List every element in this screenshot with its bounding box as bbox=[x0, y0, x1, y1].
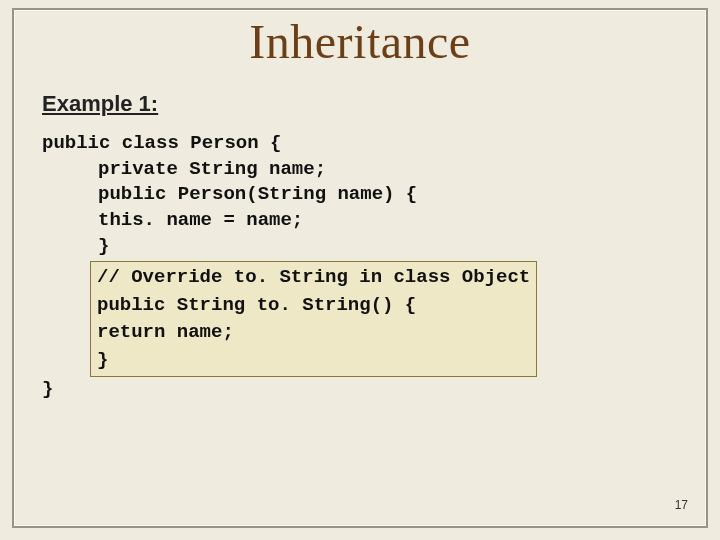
code-line: public Person(String name) { bbox=[42, 182, 417, 208]
example-heading: Example 1: bbox=[42, 91, 678, 117]
code-line: public String to. String() { bbox=[97, 294, 416, 316]
slide-title: Inheritance bbox=[42, 10, 678, 69]
slide-inner-frame: Inheritance Example 1: public class Pers… bbox=[12, 8, 708, 528]
code-line: } bbox=[42, 378, 53, 400]
code-line: // Override to. String in class Object bbox=[97, 266, 530, 288]
code-line: } bbox=[42, 234, 109, 260]
slide: Inheritance Example 1: public class Pers… bbox=[0, 0, 720, 540]
code-block: public class Person { private String nam… bbox=[42, 131, 678, 403]
code-line: public class Person { bbox=[42, 132, 281, 154]
code-line: return name; bbox=[97, 321, 234, 343]
code-line: private String name; bbox=[42, 157, 326, 183]
code-line: } bbox=[97, 349, 108, 371]
code-line: this. name = name; bbox=[42, 208, 303, 234]
page-number: 17 bbox=[675, 498, 688, 512]
highlighted-code-box: // Override to. String in class Object p… bbox=[90, 261, 537, 377]
